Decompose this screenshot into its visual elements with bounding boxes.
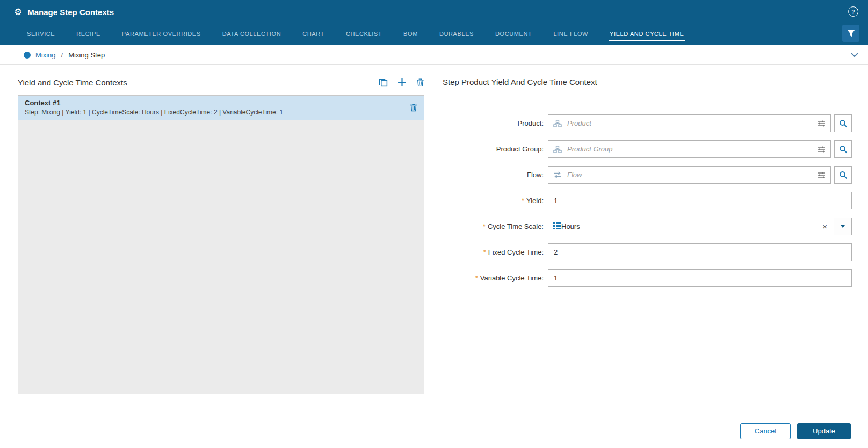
product-input[interactable] (566, 119, 813, 128)
fixed-cycle-time-label: *Fixed Cycle Time: (443, 248, 548, 256)
cycle-time-scale-value: Hours (561, 222, 816, 230)
cycle-time-scale-row: *Cycle Time Scale: Hours × (443, 218, 852, 235)
flow-label: Flow: (443, 171, 548, 179)
help-icon[interactable]: ? (848, 6, 858, 17)
product-group-filter-options-icon[interactable] (817, 146, 826, 153)
filter-button[interactable] (842, 25, 859, 42)
product-group-label: Product Group: (443, 145, 548, 153)
product-group-entity-picker (548, 140, 831, 158)
contexts-panel-title: Yield and Cycle Time Contexts (18, 78, 127, 87)
delete-button[interactable] (416, 78, 424, 87)
search-icon (839, 119, 848, 128)
breadcrumb-current: Mixing Step (68, 51, 105, 59)
collapse-chevron-icon[interactable] (851, 53, 858, 57)
list-item-texts: Context #1 Step: Mixing | Yield: 1 | Cyc… (25, 99, 283, 116)
gear-icon: ⚙ (14, 8, 22, 17)
yield-row: *Yield: (443, 192, 852, 209)
flow-filter-options-icon[interactable] (817, 171, 826, 179)
footer-bar: Cancel Update (0, 414, 868, 448)
fixed-cycle-time-control (548, 243, 852, 261)
list-icon (553, 222, 561, 231)
fixed-cycle-time-input[interactable] (548, 243, 852, 261)
flow-input[interactable] (566, 170, 813, 179)
variable-cycle-time-control (548, 269, 852, 287)
product-group-entity-icon (553, 146, 562, 153)
breadcrumb-separator: / (61, 51, 63, 59)
tab-parameter-overrides[interactable]: PARAMETER OVERRIDES (121, 28, 202, 41)
page-title: Manage Step Contexts (27, 8, 114, 17)
product-group-input[interactable] (566, 144, 813, 154)
item-delete-button[interactable] (410, 103, 417, 112)
cycle-time-scale-combobox[interactable]: Hours × (548, 218, 852, 235)
product-group-control (548, 140, 852, 158)
required-marker: * (483, 248, 486, 256)
contexts-panel: Yield and Cycle Time Contexts Context #1… (18, 74, 424, 394)
tab-recipe[interactable]: RECIPE (75, 28, 102, 41)
search-icon (839, 171, 848, 179)
title-bar: ⚙ Manage Step Contexts ? (0, 0, 868, 24)
breadcrumb-parent-link[interactable]: Mixing (35, 51, 56, 59)
search-icon (839, 145, 848, 154)
cycle-time-scale-control: Hours × (548, 218, 852, 235)
product-label: Product: (443, 119, 548, 127)
cycle-time-scale-label: *Cycle Time Scale: (443, 222, 548, 230)
product-entity-picker (548, 114, 831, 132)
tab-service[interactable]: SERVICE (26, 28, 56, 41)
variable-cycle-time-label-text: Variable Cycle Time: (480, 274, 544, 282)
product-search-button[interactable] (834, 114, 852, 132)
product-entity-icon (553, 120, 562, 127)
tab-document[interactable]: DOCUMENT (494, 28, 533, 41)
list-item-title: Context #1 (25, 99, 283, 107)
flow-entity-picker (548, 166, 831, 184)
required-marker: * (475, 274, 478, 282)
tab-data-collection[interactable]: DATA COLLECTION (221, 28, 282, 41)
add-button[interactable] (397, 78, 407, 87)
product-filter-options-icon[interactable] (817, 120, 826, 127)
cancel-button[interactable]: Cancel (740, 423, 791, 439)
flow-control (548, 166, 852, 184)
variable-cycle-time-label: *Variable Cycle Time: (443, 274, 548, 282)
tab-bar: SERVICE RECIPE PARAMETER OVERRIDES DATA … (0, 24, 868, 45)
copy-button[interactable] (379, 78, 388, 87)
yield-label: *Yield: (443, 197, 548, 205)
tab-line-flow[interactable]: LINE FLOW (552, 28, 589, 41)
tab-chart[interactable]: CHART (301, 28, 326, 41)
flow-row: Flow: (443, 166, 852, 184)
filter-icon (847, 30, 855, 38)
flow-entity-icon (553, 171, 562, 178)
variable-cycle-time-input[interactable] (548, 269, 852, 287)
tab-checklist[interactable]: CHECKLIST (345, 28, 383, 41)
tab-bom[interactable]: BOM (402, 28, 419, 41)
update-button[interactable]: Update (797, 423, 851, 439)
breadcrumb: Mixing / Mixing Step (0, 45, 868, 65)
yield-control (548, 192, 852, 209)
copy-icon (379, 78, 388, 87)
tab-yield-and-cycle-time[interactable]: YIELD AND CYCLE TIME (609, 28, 685, 41)
flow-search-button[interactable] (834, 166, 852, 184)
tab-durables[interactable]: DURABLES (438, 28, 475, 41)
context-form-panel: Step Product Yield And Cycle Time Contex… (443, 74, 852, 295)
contexts-panel-header: Yield and Cycle Time Contexts (18, 74, 424, 91)
plus-icon (397, 78, 407, 87)
product-group-search-button[interactable] (834, 140, 852, 158)
required-marker: * (483, 222, 486, 230)
dropdown-button[interactable] (834, 218, 851, 235)
variable-cycle-time-row: *Variable Cycle Time: (443, 269, 852, 287)
clear-icon[interactable]: × (816, 222, 834, 230)
contexts-list: Context #1 Step: Mixing | Yield: 1 | Cyc… (18, 95, 424, 394)
cycle-time-scale-label-text: Cycle Time Scale: (488, 222, 544, 230)
yield-label-text: Yield: (526, 197, 544, 205)
product-control (548, 114, 852, 132)
trash-icon (416, 78, 424, 87)
chevron-down-icon (841, 225, 845, 228)
context-form-title: Step Product Yield And Cycle Time Contex… (443, 74, 852, 90)
contexts-panel-actions (379, 78, 424, 87)
required-marker: * (522, 197, 524, 205)
fixed-cycle-time-row: *Fixed Cycle Time: (443, 243, 852, 261)
fixed-cycle-time-label-text: Fixed Cycle Time: (488, 248, 544, 256)
product-group-row: Product Group: (443, 140, 852, 158)
yield-input[interactable] (548, 192, 852, 209)
list-item-subtitle: Step: Mixing | Yield: 1 | CycleTimeScale… (25, 109, 283, 116)
product-row: Product: (443, 114, 852, 132)
list-item[interactable]: Context #1 Step: Mixing | Yield: 1 | Cyc… (18, 96, 424, 120)
